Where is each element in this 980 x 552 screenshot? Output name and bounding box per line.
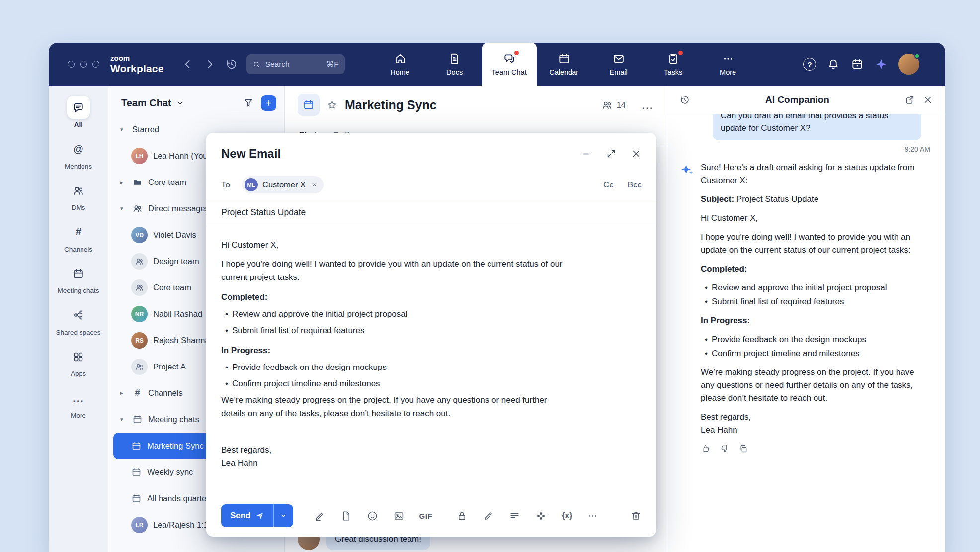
rail-item-meeting-chats[interactable]: Meeting chats [49, 258, 108, 299]
new-email-modal: New Email To ML Customer X Cc Bcc Projec… [206, 133, 656, 537]
list-item: Provide feedback on the design mockups [701, 333, 915, 346]
modal-expand-button[interactable] [606, 148, 617, 159]
recipient-chip[interactable]: ML Customer X [242, 176, 324, 193]
edit-button[interactable] [483, 510, 494, 522]
email-signature: Best regards,Lea Hahn [221, 443, 567, 470]
email-completed-heading: Completed: [221, 290, 567, 304]
rail-item-channels[interactable]: Channels [49, 216, 108, 258]
nav-home[interactable]: Home [373, 43, 427, 86]
ai-companion-button[interactable] [875, 58, 888, 71]
send-button[interactable]: Send [221, 504, 273, 527]
filter-button[interactable] [243, 97, 254, 108]
recipient-avatar: ML [245, 178, 258, 191]
user-avatar[interactable] [898, 54, 919, 75]
email-body-editor[interactable]: Hi Customer X, I hope you're doing well!… [206, 226, 656, 495]
disclosure-triangle[interactable] [120, 179, 127, 185]
ai-popout-button[interactable] [904, 94, 915, 105]
more-options-button[interactable] [587, 510, 598, 522]
subject-field[interactable]: Project Status Update [206, 199, 656, 226]
to-field[interactable]: To ML Customer X Cc Bcc [206, 171, 656, 199]
back-button[interactable] [179, 55, 197, 73]
email-inprogress-heading: In Progress: [221, 344, 567, 357]
notifications-button[interactable] [827, 58, 840, 71]
list-item: Provide feedback on the design mockups [221, 361, 567, 374]
disclosure-triangle[interactable] [120, 416, 127, 423]
avatar: VD [131, 227, 148, 243]
chevron-down-icon[interactable] [176, 99, 184, 107]
calendar-shortcut-button[interactable] [851, 58, 864, 71]
home-icon [394, 52, 407, 65]
nav-tasks[interactable]: Tasks [646, 43, 701, 86]
ai-assist-button[interactable] [535, 510, 547, 522]
members-button[interactable]: 14 [601, 99, 626, 111]
emoji-button[interactable] [367, 510, 378, 522]
rail-item-dms[interactable]: DMs [49, 175, 108, 216]
meeting-calendar-icon [131, 467, 142, 477]
calendar-small-icon [851, 58, 864, 71]
close-icon [311, 182, 318, 188]
ai-sparkle-icon [875, 58, 888, 71]
gif-button[interactable]: GIF [419, 512, 433, 520]
forward-button[interactable] [201, 55, 219, 73]
rail-item-apps[interactable]: Apps [49, 341, 108, 382]
ai-panel-title: AI Companion [697, 94, 898, 105]
logo-zoom: zoom [110, 54, 164, 63]
paper-plane-icon [255, 511, 264, 520]
signature-button[interactable] [509, 510, 520, 522]
ai-signoff: Best regards,Lea Hahn [701, 411, 915, 437]
meeting-calendar-icon [132, 414, 143, 425]
nav-email[interactable]: Email [591, 43, 646, 86]
ai-close-button[interactable] [922, 94, 933, 105]
copy-button[interactable] [738, 444, 748, 454]
window-minimize-button[interactable] [80, 61, 87, 68]
history-button[interactable] [223, 55, 241, 73]
disclosure-triangle[interactable] [120, 390, 127, 396]
window-maximize-button[interactable] [92, 61, 99, 68]
nav-team-chat[interactable]: Team Chat [482, 43, 537, 86]
image-button[interactable] [393, 510, 405, 522]
discard-draft-button[interactable] [630, 510, 642, 522]
rail-item-all[interactable]: All [49, 92, 108, 133]
topbar: zoom Workplace Search ⌘F Home [49, 43, 945, 86]
bcc-button[interactable]: Bcc [628, 180, 642, 190]
thumbs-down-button[interactable] [720, 444, 730, 454]
sidebar-title[interactable]: Team Chat [121, 97, 171, 109]
thumbs-up-button[interactable] [701, 444, 711, 454]
variables-button[interactable]: {x} [562, 511, 572, 520]
disclosure-triangle[interactable] [120, 205, 127, 212]
modal-close-button[interactable] [631, 148, 642, 159]
left-rail: All Mentions DMs Channels Meeting chats … [49, 86, 108, 552]
close-icon [922, 94, 933, 105]
disclosure-triangle[interactable] [120, 126, 127, 133]
channel-more-button[interactable]: … [641, 102, 654, 107]
minimize-icon [581, 148, 592, 159]
plus-icon [264, 99, 273, 107]
new-chat-button[interactable] [261, 95, 276, 111]
nav-more[interactable]: More [701, 43, 755, 86]
cc-button[interactable]: Cc [603, 180, 614, 190]
modal-minimize-button[interactable] [581, 148, 592, 159]
nav-calendar[interactable]: Calendar [537, 43, 591, 86]
recipient-name: Customer X [262, 180, 306, 189]
group-avatar-icon [131, 279, 148, 296]
search-input[interactable]: Search ⌘F [246, 54, 345, 74]
window-close-button[interactable] [68, 61, 75, 68]
encrypt-button[interactable] [456, 510, 468, 522]
template-button[interactable] [340, 510, 352, 522]
help-icon[interactable]: ? [803, 58, 816, 71]
remove-recipient-button[interactable] [311, 182, 318, 188]
nav-docs[interactable]: Docs [427, 43, 482, 86]
compose-with-ai-button[interactable] [314, 510, 326, 522]
people-icon [132, 203, 143, 214]
ai-conversation[interactable]: Can you draft an email that provides a s… [667, 114, 945, 552]
email-greeting: Hi Customer X, [221, 238, 567, 252]
tasks-icon [667, 52, 680, 65]
main-nav: Home Docs Team Chat Calendar Email [373, 43, 755, 86]
favorite-star-button[interactable] [327, 99, 338, 111]
rail-item-mentions[interactable]: Mentions [49, 133, 108, 175]
send-options-button[interactable] [273, 504, 293, 527]
ai-response-intro: Sure! Here's a draft email asking for a … [701, 161, 915, 187]
rail-item-more[interactable]: More [49, 382, 108, 424]
rail-item-shared-spaces[interactable]: Shared spaces [49, 299, 108, 341]
ai-history-button[interactable] [679, 94, 690, 105]
